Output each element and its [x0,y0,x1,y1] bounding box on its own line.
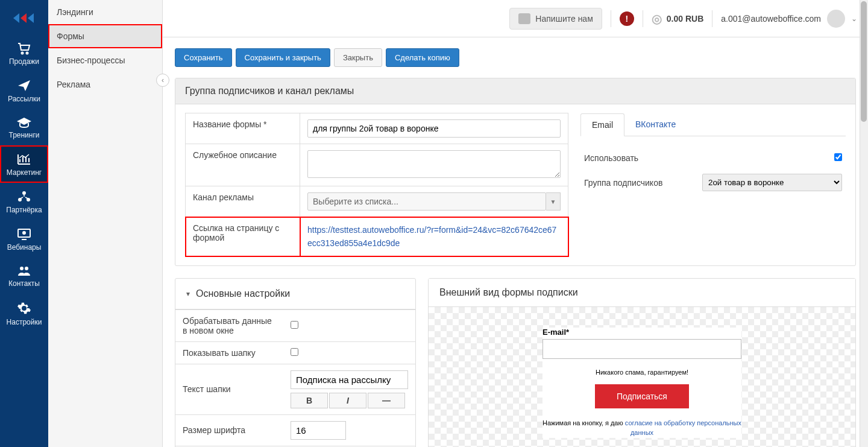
contacts-icon [16,265,32,277]
nav-label: Продажи [9,57,39,66]
bold-button[interactable]: B [291,393,328,408]
preview-spam-note: Никакого спама, гарантируем! [542,369,741,376]
use-checkbox[interactable] [834,153,842,161]
use-label: Использовать [582,148,699,168]
tab-vk[interactable]: ВКонтакте [624,113,687,136]
chart-icon [16,153,32,166]
main-nav: Продажи Рассылки Тренинги Маркетинг Парт… [0,0,48,447]
nav-label: Настройки [7,318,42,326]
preview-subscribe-button[interactable]: Подписаться [595,384,689,408]
svg-point-0 [22,52,24,54]
cart-icon [16,42,32,55]
settings-title: Основные настройки [196,288,290,299]
user-menu[interactable]: a.001@autoweboffice.com ⌄ [721,10,857,28]
nav-label: Вебинары [7,243,42,252]
preview-email-label: E-mail* [542,328,741,337]
scrollbar[interactable] [860,0,868,447]
svg-point-1 [27,52,28,54]
channel-dropdown-button[interactable]: ▼ [546,192,561,211]
coins-icon: ◎ [652,11,662,26]
nav-settings[interactable]: Настройки [0,294,48,332]
header-text-input[interactable] [291,370,408,389]
subnav-ads[interactable]: Реклама [48,72,162,97]
chevron-down-icon: ⌄ [851,14,857,23]
preview-canvas: E-mail* Никакого спама, гарантируем! Под… [429,307,855,447]
subscription-form-preview: E-mail* Никакого спама, гарантируем! Под… [542,328,741,438]
desc-label: Служебное описание [186,144,300,186]
preview-consent-text: Нажимая на кнопку, я даю согласие на обр… [542,418,741,438]
content-area: Сохранить Сохранить и закрыть Закрыть Сд… [163,37,868,447]
subnav-forms[interactable]: Формы [48,24,162,48]
nav-sales[interactable]: Продажи [0,34,48,72]
secondary-nav: Лэндинги Формы Бизнес-процессы Реклама ‹ [48,0,163,447]
app-logo [12,0,36,34]
chat-icon [518,13,530,24]
nav-marketing[interactable]: Маркетинг [0,145,48,183]
panel-title: Группа подписчиков и канал рекламы [175,78,855,104]
group-label: Группа подписчиков [582,169,699,196]
channel-label: Канал рекламы [186,186,300,217]
show-header-checkbox[interactable] [291,348,298,356]
nav-label: Партнёрка [6,206,42,214]
webinar-icon [16,227,32,241]
main-settings-panel: ▾ Основные настройки Обрабатывать данные… [175,278,416,447]
save-button[interactable]: Сохранить [175,48,232,67]
show-header-label: Показывать шапку [175,341,283,364]
channel-tabs: Email ВКонтакте [580,113,846,136]
subscribers-panel: Группа подписчиков и канал рекламы Назва… [175,78,856,266]
chat-label: Напишите нам [535,14,593,24]
preview-title: Внешний вид формы подписки [429,279,855,307]
top-header: Напишите нам ! ◎ 0.00 RUB a.001@autowebo… [163,0,868,37]
preview-panel: Внешний вид формы подписки E-mail* Никак… [428,278,856,447]
balance-value: 0.00 RUB [667,14,703,24]
header-text-label: Текст шапки [175,364,283,414]
save-close-button[interactable]: Сохранить и закрыть [236,48,330,67]
copy-button[interactable]: Сделать копию [386,48,459,67]
nav-label: Контакты [8,279,40,288]
form-name-input[interactable] [307,119,561,138]
channel-select[interactable] [307,192,546,211]
send-icon [17,79,31,92]
collapse-sidebar-button[interactable]: ‹ [156,74,169,87]
user-email: a.001@autoweboffice.com [721,14,821,24]
partners-icon [16,190,32,203]
preview-consent-link[interactable]: согласие на обработку персональных данны… [625,419,741,437]
close-button[interactable]: Закрыть [334,48,382,67]
font-size-label: Размер шрифта [175,414,283,446]
group-select[interactable]: 2ой товар в воронке [702,174,842,191]
nav-label: Маркетинг [7,168,42,177]
font-size-input[interactable] [291,421,346,440]
email-tab-content: Использовать Группа подписчиков 2ой това… [580,147,846,197]
avatar [827,10,845,28]
caret-down-icon: ▾ [186,290,190,298]
gear-icon [17,301,31,315]
form-settings-table: Название формы * Служебное описание Кана… [185,113,568,257]
tab-email[interactable]: Email [580,113,624,136]
nav-contacts[interactable]: Контакты [0,258,48,294]
scrollbar-thumb[interactable] [861,1,867,122]
nav-webinars[interactable]: Вебинары [0,220,48,258]
separator [611,10,611,27]
nav-mailings[interactable]: Рассылки [0,72,48,109]
svg-point-7 [20,267,24,270]
strike-button[interactable]: — [368,393,405,408]
nav-partners[interactable]: Партнёрка [0,183,48,220]
form-name-label: Название формы * [186,113,300,144]
new-window-label: Обрабатывать данные в новом окне [175,309,283,341]
new-window-checkbox[interactable] [291,321,298,329]
preview-email-input[interactable] [542,339,741,359]
separator [643,10,643,27]
chat-button[interactable]: Напишите нам [509,8,602,30]
graduation-icon [16,116,32,128]
subnav-landings[interactable]: Лэндинги [48,0,162,24]
alert-badge[interactable]: ! [620,11,634,26]
balance-display[interactable]: ◎ 0.00 RUB [652,11,703,26]
nav-label: Тренинги [8,131,39,139]
italic-button[interactable]: I [329,393,366,408]
form-link[interactable]: https://testtest.autoweboffice.ru/?r=for… [300,217,568,257]
desc-textarea[interactable] [307,150,561,178]
subnav-processes[interactable]: Бизнес-процессы [48,48,162,72]
nav-trainings[interactable]: Тренинги [0,109,48,145]
svg-point-2 [22,191,26,195]
settings-toggle[interactable]: ▾ Основные настройки [175,279,415,309]
